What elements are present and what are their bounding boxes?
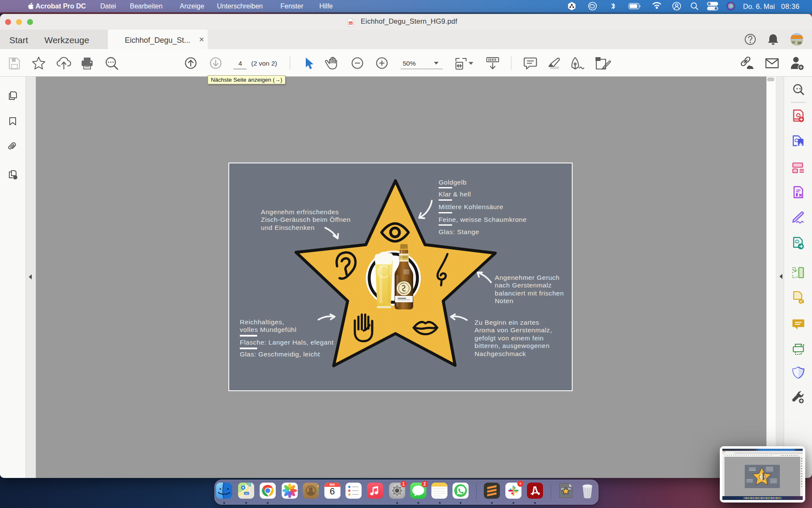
svg-text:4: 4 — [239, 60, 242, 67]
svg-text:PDF: PDF — [348, 22, 354, 25]
svg-text:280: 280 — [245, 492, 249, 495]
svg-text:50%: 50% — [403, 60, 416, 67]
svg-text:(2 von 2): (2 von 2) — [251, 60, 277, 67]
